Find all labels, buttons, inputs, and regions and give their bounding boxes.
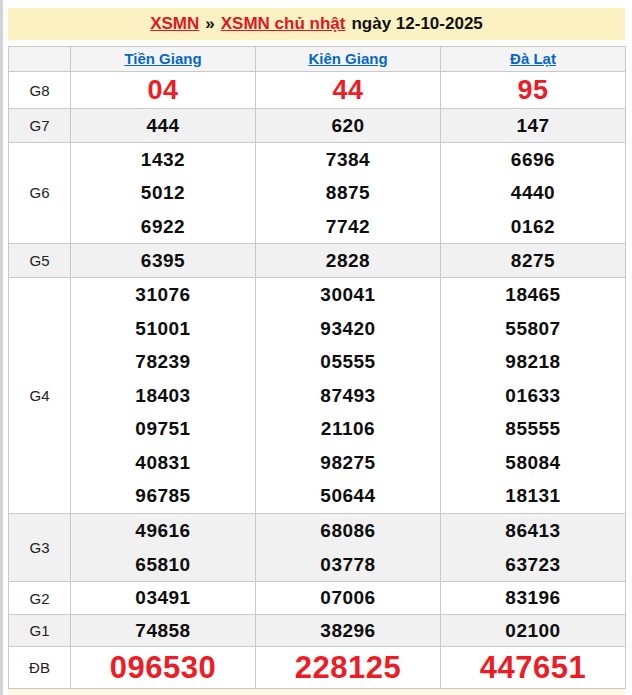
prize-number: 2828	[256, 244, 440, 277]
prize-number: 74858	[71, 615, 255, 646]
prize-number: 30041	[256, 278, 440, 312]
prize-cell: 2828	[256, 243, 441, 277]
prize-label: G4	[9, 277, 71, 513]
column-header-link[interactable]: Kiên Giang	[308, 50, 387, 67]
prize-cell: 8641363723	[441, 514, 626, 582]
prize-number: 096530	[71, 647, 255, 688]
prize-number: 09751	[71, 412, 255, 446]
column-header-link[interactable]: Đà Lạt	[510, 50, 556, 67]
prize-number: 31076	[71, 278, 255, 312]
prize-cell: 30041934200555587493211069827550644	[256, 277, 441, 513]
prize-number: 96785	[71, 479, 255, 513]
prize-cell: 38296	[256, 615, 441, 647]
prize-number: 444	[71, 109, 255, 142]
prize-number: 85555	[441, 412, 625, 446]
prize-number: 49616	[71, 514, 255, 548]
prize-label: G7	[9, 109, 71, 143]
prize-number: 7742	[256, 210, 440, 243]
prize-number: 18131	[441, 479, 625, 513]
prize-label: G2	[9, 582, 71, 615]
results-table: Tiền GiangKiên GiangĐà Lạt G8044495G7444…	[8, 46, 626, 689]
next-section-strip	[8, 689, 625, 695]
prize-row: G8044495	[9, 72, 626, 109]
prize-label: G8	[9, 72, 71, 109]
prize-number: 6395	[71, 244, 255, 277]
prize-number: 01633	[441, 379, 625, 413]
prize-cell: 143250126922	[71, 143, 256, 244]
prize-cell: 228125	[256, 647, 441, 689]
prize-cell: 6808603778	[256, 514, 441, 582]
prize-number: 87493	[256, 379, 440, 413]
column-header: Đà Lạt	[441, 47, 626, 72]
prize-number: 38296	[256, 615, 440, 646]
prize-number: 8275	[441, 244, 625, 277]
prize-cell: 83196	[441, 582, 626, 615]
prize-label: G6	[9, 143, 71, 244]
prize-cell: 738488757742	[256, 143, 441, 244]
title-separator: »	[205, 14, 214, 34]
prize-number: 0162	[441, 210, 625, 243]
xsmn-link[interactable]: XSMN	[150, 14, 199, 34]
prize-number: 03491	[71, 582, 255, 614]
prize-number: 93420	[256, 312, 440, 346]
prize-cell: 669644400162	[441, 143, 626, 244]
column-header: Tiền Giang	[71, 47, 256, 72]
prize-number: 02100	[441, 615, 625, 646]
prize-label: G3	[9, 514, 71, 582]
prize-number: 18403	[71, 379, 255, 413]
prize-number: 6922	[71, 210, 255, 243]
prize-cell: 04	[71, 72, 256, 109]
xsmn-chu-nhat-link[interactable]: XSMN chủ nhật	[221, 14, 346, 34]
prize-number: 58084	[441, 446, 625, 480]
prize-number: 05555	[256, 345, 440, 379]
prize-cell: 147	[441, 109, 626, 143]
prize-cell: 44	[256, 72, 441, 109]
prize-number: 1432	[71, 143, 255, 176]
prize-number: 620	[256, 109, 440, 142]
prize-row: G1748583829602100	[9, 615, 626, 647]
prize-number: 98218	[441, 345, 625, 379]
prize-number: 7384	[256, 143, 440, 176]
prize-number: 50644	[256, 479, 440, 513]
column-header-row: Tiền GiangKiên GiangĐà Lạt	[9, 47, 626, 72]
prize-number: 65810	[71, 548, 255, 582]
prize-number: 44	[256, 72, 440, 108]
prize-cell: 95	[441, 72, 626, 109]
prize-number: 98275	[256, 446, 440, 480]
prize-number: 228125	[256, 647, 440, 688]
prize-cell: 447651	[441, 647, 626, 689]
prize-cell: 620	[256, 109, 441, 143]
prize-cell: 18465558079821801633855555808418131	[441, 277, 626, 513]
prize-number: 147	[441, 109, 625, 142]
prize-number: 83196	[441, 582, 625, 614]
prize-number: 18465	[441, 278, 625, 312]
prize-number: 04	[71, 72, 255, 108]
prize-number: 07006	[256, 582, 440, 614]
prize-cell: 31076510017823918403097514083196785	[71, 277, 256, 513]
prize-number: 51001	[71, 312, 255, 346]
prize-cell: 444	[71, 109, 256, 143]
prize-number: 40831	[71, 446, 255, 480]
prize-number: 6696	[441, 143, 625, 176]
prize-row: G2034910700683196	[9, 582, 626, 615]
prize-row: G7444620147	[9, 109, 626, 143]
prize-cell: 02100	[441, 615, 626, 647]
prize-cell: 6395	[71, 243, 256, 277]
title-date: ngày 12-10-2025	[351, 14, 482, 34]
prize-number: 447651	[441, 647, 625, 688]
prize-number: 95	[441, 72, 625, 108]
lottery-results-panel: XSMN » XSMN chủ nhật ngày 12-10-2025 Tiề…	[8, 8, 625, 695]
prize-number: 5012	[71, 176, 255, 209]
prize-cell: 07006	[256, 582, 441, 615]
prize-cell: 03491	[71, 582, 256, 615]
prize-number: 55807	[441, 312, 625, 346]
prize-label: ĐB	[9, 647, 71, 689]
column-header-link[interactable]: Tiền Giang	[124, 50, 201, 67]
prize-cell: 4961665810	[71, 514, 256, 582]
prize-number: 03778	[256, 548, 440, 582]
prize-number: 63723	[441, 548, 625, 582]
prize-cell: 8275	[441, 243, 626, 277]
prize-row: ĐB096530228125447651	[9, 647, 626, 689]
prize-row: G431076510017823918403097514083196785300…	[9, 277, 626, 513]
prize-number: 68086	[256, 514, 440, 548]
